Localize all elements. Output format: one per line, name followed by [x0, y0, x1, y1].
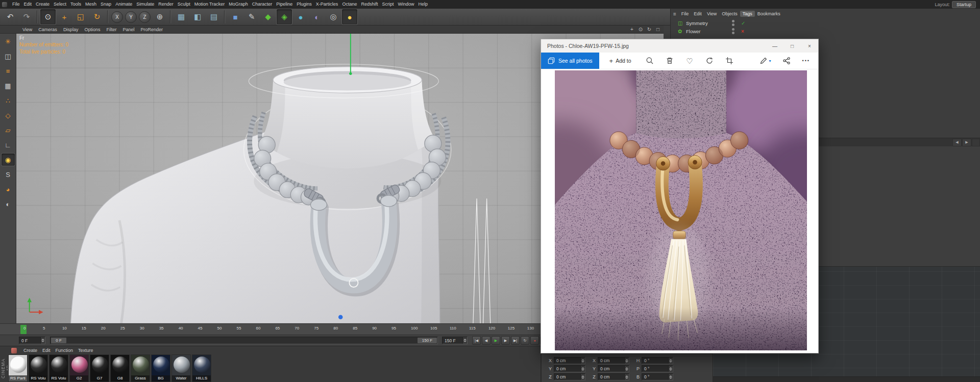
simulate-button[interactable]: ◈ [277, 9, 292, 24]
material-item[interactable]: HILLS [192, 354, 211, 382]
menubar-item[interactable]: Create [34, 0, 52, 9]
timeline-tick[interactable]: 95 [391, 326, 411, 330]
viewport-menu-item[interactable]: Cameras [35, 26, 60, 34]
menubar-item[interactable]: Help [416, 0, 430, 9]
menubar-item[interactable]: Character [250, 0, 275, 9]
object-row[interactable]: ◫ Symmetry ✓ [671, 19, 980, 27]
timeline-tick[interactable]: 70 [295, 326, 314, 330]
object-manager-menu-item[interactable]: View [704, 11, 719, 17]
favorite-icon[interactable]: ♡ [685, 57, 694, 65]
menubar-item[interactable]: Mesh [83, 0, 99, 9]
menubar-item[interactable]: MoGraph [227, 0, 250, 9]
make-editable-icon[interactable]: ✳ [2, 35, 15, 47]
next-frame-button[interactable]: ▶ [501, 336, 510, 345]
see-all-photos-button[interactable]: See all photos [541, 53, 599, 69]
toolbar-separator[interactable] [107, 10, 108, 23]
y-axis-lock-button[interactable]: Y [125, 11, 137, 23]
menubar-item[interactable]: Render [156, 0, 176, 9]
add-cube-button[interactable]: ■ [228, 9, 243, 24]
stepper-icon[interactable] [580, 374, 585, 380]
timeline-tick[interactable]: 90 [372, 326, 391, 330]
viewport-menu-item[interactable]: Filter [103, 26, 119, 34]
menubar-item[interactable]: Simulate [134, 0, 156, 9]
cycle-mode-button[interactable]: ↻ [521, 336, 529, 345]
z-axis-lock-button[interactable]: Z [139, 11, 151, 23]
x-axis-lock-button[interactable]: X [111, 11, 123, 23]
viewport-menu-item[interactable]: ProRender [137, 26, 166, 34]
symmetry-mode-icon[interactable]: S [2, 168, 15, 181]
axis-mode-icon[interactable]: ∟ [2, 139, 15, 151]
menubar-item[interactable]: Octane [340, 0, 359, 9]
timeline-tick[interactable]: 50 [217, 326, 237, 330]
menubar-item[interactable]: Pipeline [274, 0, 295, 9]
timeline-tick[interactable]: 60 [256, 326, 275, 330]
menubar-item[interactable]: Snap [99, 0, 113, 9]
polygons-mode-icon[interactable]: ▱ [2, 124, 15, 136]
object-manager-menu-item[interactable]: File [679, 11, 692, 17]
material-item[interactable]: G7 [90, 354, 109, 382]
coordinate-system-button[interactable]: ⊕ [152, 9, 167, 24]
mograph-button[interactable]: ◆ [260, 9, 276, 24]
visibility-dots[interactable] [732, 28, 734, 34]
stepper-icon[interactable] [462, 337, 467, 344]
maximize-button[interactable]: □ [783, 39, 801, 53]
coordinate-field[interactable]: 0 cm [554, 365, 585, 372]
panel-menu-icon[interactable]: ≡ [673, 11, 676, 17]
previous-frame-button[interactable]: ◀ [482, 336, 491, 345]
timeline-tick[interactable]: 0 [23, 326, 43, 330]
layout-switcher[interactable]: Startup [952, 1, 976, 8]
object-manager-menu-item[interactable]: Tags [740, 11, 755, 17]
move-tool[interactable]: + [57, 9, 72, 24]
zoom-icon[interactable] [646, 57, 654, 65]
toolbar-separator[interactable] [37, 10, 38, 23]
menubar-item[interactable]: Animate [113, 0, 134, 9]
rotate-icon[interactable] [705, 57, 714, 65]
render-picture-viewer-button[interactable]: ◧ [190, 9, 205, 24]
delete-icon[interactable] [666, 57, 674, 65]
stepper-icon[interactable] [624, 366, 629, 372]
menubar-item[interactable]: Sculpt [176, 0, 192, 9]
timeline-tick[interactable]: 80 [333, 326, 353, 330]
enable-toggle[interactable]: × [741, 29, 744, 34]
coordinate-field[interactable]: 0 cm [598, 373, 629, 380]
crop-icon[interactable] [725, 57, 734, 65]
timeline-tick[interactable]: 40 [179, 326, 198, 330]
camera-icon[interactable]: ◎ [326, 9, 341, 24]
go-to-start-button[interactable]: |◀ [472, 336, 481, 345]
menubar-item[interactable]: Tools [68, 0, 83, 9]
go-to-end-button[interactable]: ▶| [511, 336, 520, 345]
coordinate-field[interactable]: 0 cm [598, 365, 629, 372]
maximize-view-icon[interactable]: □ [654, 26, 662, 34]
texture-mode-icon[interactable]: ≡ [2, 65, 15, 77]
menubar-item[interactable]: Edit [22, 0, 34, 9]
timeline-tick[interactable]: 25 [120, 326, 140, 330]
render-view-button[interactable]: ▦ [174, 9, 189, 24]
undo-icon[interactable]: ↶ [3, 9, 18, 24]
scroll-right-icon[interactable]: ▶ [962, 139, 971, 146]
timeline-tick[interactable]: 85 [353, 326, 372, 330]
stepper-icon[interactable] [668, 358, 673, 364]
object-manager-menu-item[interactable]: Objects [719, 11, 740, 17]
viewport-menu-item[interactable]: Options [81, 26, 103, 34]
stepper-icon[interactable] [624, 374, 629, 380]
close-button[interactable]: × [801, 39, 818, 53]
range-end-handle[interactable]: 150 F [418, 338, 437, 343]
object-manager-menu-item[interactable]: Edit [691, 11, 704, 17]
scroll-left-icon[interactable]: ◀ [952, 139, 962, 146]
timeline-tick[interactable]: 120 [488, 326, 508, 330]
stepper-icon[interactable] [668, 374, 673, 380]
menubar-item[interactable]: Script [380, 0, 396, 9]
timeline-tick[interactable]: 105 [430, 326, 450, 330]
timeline-tick[interactable]: 35 [159, 326, 179, 330]
preview-range-slider[interactable]: 0 F 150 F [50, 337, 438, 344]
toolbar-separator[interactable] [170, 10, 171, 23]
timeline-tick[interactable]: 115 [469, 326, 488, 330]
points-mode-icon[interactable]: ∴ [2, 94, 15, 107]
object-manager-menu-item[interactable]: Bookmarks [755, 11, 783, 17]
material-item[interactable]: G8 [110, 354, 130, 382]
material-item[interactable]: G2 [69, 354, 89, 382]
coordinate-field[interactable]: 0 ° [642, 357, 673, 364]
more-icon[interactable]: ••• [802, 57, 810, 65]
timeline-tick[interactable]: 20 [101, 326, 120, 330]
current-frame-field[interactable]: 0 F [19, 337, 45, 344]
